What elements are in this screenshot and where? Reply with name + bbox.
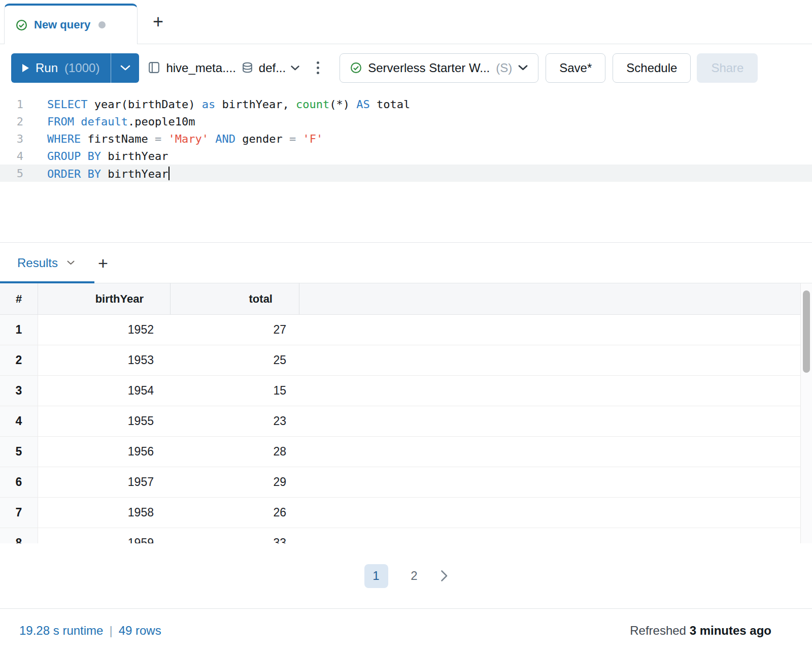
table-header: #birthYeartotal bbox=[0, 283, 812, 315]
code-line[interactable]: 3WHERE firstName = 'Mary' AND gender = '… bbox=[0, 130, 812, 147]
run-label: Run bbox=[36, 61, 58, 75]
chevron-right-icon bbox=[441, 570, 448, 582]
chevron-down-icon bbox=[291, 66, 299, 71]
table-row[interactable]: 4195523 bbox=[0, 406, 812, 437]
column-header[interactable]: birthYear bbox=[38, 283, 171, 314]
data-cell: 29 bbox=[171, 467, 299, 497]
next-page-button[interactable] bbox=[441, 570, 448, 582]
pagination-pages: 12 bbox=[364, 564, 426, 588]
toolbar: Run (1000) hive_meta.... def... bbox=[0, 44, 812, 91]
cell-filler bbox=[299, 345, 812, 375]
refreshed-status: Refreshed 3 minutes ago bbox=[630, 624, 771, 638]
chevron-down-icon bbox=[518, 65, 528, 71]
query-stats: 19.28 s runtime | 49 rows bbox=[19, 624, 161, 638]
table-row[interactable]: 2195325 bbox=[0, 345, 812, 376]
play-icon bbox=[22, 64, 29, 72]
code-line[interactable]: 5ORDER BY birthYear bbox=[0, 165, 812, 182]
code-text: SELECT year(birthDate) as birthYear, cou… bbox=[23, 98, 410, 111]
row-number-cell: 6 bbox=[0, 467, 38, 497]
schema-name: def... bbox=[259, 61, 286, 75]
data-cell: 1954 bbox=[38, 376, 171, 406]
table-row[interactable]: 8195933 bbox=[0, 528, 812, 543]
schedule-button[interactable]: Schedule bbox=[613, 53, 691, 83]
line-number: 5 bbox=[0, 167, 23, 180]
catalog-book-icon bbox=[147, 61, 161, 75]
run-row-limit: (1000) bbox=[64, 61, 99, 75]
row-number-cell: 5 bbox=[0, 437, 38, 467]
code-line[interactable]: 1SELECT year(birthDate) as birthYear, co… bbox=[0, 95, 812, 113]
row-number-cell: 8 bbox=[0, 528, 38, 543]
editor-overflow-menu-button[interactable] bbox=[313, 58, 323, 77]
code-line[interactable]: 2FROM default.people10m bbox=[0, 113, 812, 130]
column-header[interactable]: total bbox=[171, 283, 299, 314]
sql-editor[interactable]: 1SELECT year(birthDate) as birthYear, co… bbox=[0, 91, 812, 242]
tab-results[interactable]: Results bbox=[17, 256, 75, 270]
page-button[interactable]: 1 bbox=[364, 564, 388, 588]
data-cell: 1958 bbox=[38, 498, 171, 528]
table-body: 1195227219532531954154195523519562861957… bbox=[0, 315, 812, 543]
data-cell: 1955 bbox=[38, 406, 171, 436]
text-cursor bbox=[168, 167, 170, 180]
cell-filler bbox=[299, 315, 812, 345]
data-cell: 33 bbox=[171, 528, 299, 543]
cell-filler bbox=[299, 406, 812, 436]
code-text: FROM default.people10m bbox=[23, 115, 195, 128]
pagination: 12 bbox=[0, 543, 812, 608]
data-cell: 15 bbox=[171, 376, 299, 406]
data-cell: 27 bbox=[171, 315, 299, 345]
code-text: GROUP BY birthYear bbox=[23, 150, 168, 162]
runtime-text: 19.28 s runtime bbox=[19, 624, 103, 638]
results-tab-label: Results bbox=[17, 256, 58, 270]
data-cell: 26 bbox=[171, 498, 299, 528]
catalog-name: hive_meta.... bbox=[166, 61, 235, 75]
cell-filler bbox=[299, 437, 812, 467]
add-visualization-button[interactable]: + bbox=[98, 254, 108, 272]
tab-new-query[interactable]: New query bbox=[4, 4, 138, 44]
refreshed-label: Refreshed bbox=[630, 624, 686, 637]
cell-filler bbox=[299, 528, 812, 543]
line-number: 2 bbox=[0, 115, 23, 128]
tab-label: New query bbox=[34, 18, 90, 31]
warehouse-selector[interactable]: Serverless Starter W... (S) bbox=[340, 53, 538, 83]
chevron-down-icon bbox=[120, 65, 130, 71]
row-number-cell: 1 bbox=[0, 315, 38, 345]
row-number-cell: 7 bbox=[0, 498, 38, 528]
catalog-schema-selector[interactable]: hive_meta.... def... bbox=[147, 61, 299, 75]
warehouse-status-check-icon bbox=[350, 62, 362, 74]
chevron-down-icon bbox=[67, 260, 75, 265]
table-row[interactable]: 7195826 bbox=[0, 498, 812, 528]
column-header[interactable]: # bbox=[0, 283, 38, 314]
row-number-cell: 2 bbox=[0, 345, 38, 375]
scrollbar-thumb[interactable] bbox=[803, 290, 810, 373]
run-button[interactable]: Run (1000) bbox=[11, 53, 111, 83]
line-number: 4 bbox=[0, 150, 23, 162]
stats-separator: | bbox=[109, 624, 112, 638]
row-count-text[interactable]: 49 rows bbox=[119, 624, 161, 638]
query-status-check-icon bbox=[16, 19, 27, 31]
schema-database-icon bbox=[241, 61, 254, 74]
data-cell: 1953 bbox=[38, 345, 171, 375]
run-options-dropdown-button[interactable] bbox=[111, 53, 139, 83]
data-cell: 1957 bbox=[38, 467, 171, 497]
table-row[interactable]: 6195729 bbox=[0, 467, 812, 498]
tab-bar: New query + bbox=[0, 0, 812, 44]
page-button[interactable]: 2 bbox=[402, 564, 426, 588]
table-row[interactable]: 1195227 bbox=[0, 315, 812, 345]
data-cell: 28 bbox=[171, 437, 299, 467]
row-number-cell: 3 bbox=[0, 376, 38, 406]
table-row[interactable]: 5195628 bbox=[0, 437, 812, 467]
refreshed-time: 3 minutes ago bbox=[690, 624, 771, 637]
table-row[interactable]: 3195415 bbox=[0, 376, 812, 406]
line-number: 1 bbox=[0, 98, 23, 111]
data-cell: 25 bbox=[171, 345, 299, 375]
new-tab-button[interactable]: + bbox=[153, 13, 163, 31]
data-cell: 1959 bbox=[38, 528, 171, 543]
share-button: Share bbox=[697, 53, 758, 83]
status-bar: 19.28 s runtime | 49 rows Refreshed 3 mi… bbox=[0, 608, 812, 652]
results-tab-strip: Results + bbox=[0, 243, 812, 283]
save-button[interactable]: Save* bbox=[546, 53, 605, 83]
code-text: WHERE firstName = 'Mary' AND gender = 'F… bbox=[23, 133, 323, 145]
code-line[interactable]: 4GROUP BY birthYear bbox=[0, 147, 812, 165]
vertical-scrollbar[interactable] bbox=[800, 283, 812, 543]
column-header-filler bbox=[299, 283, 812, 314]
